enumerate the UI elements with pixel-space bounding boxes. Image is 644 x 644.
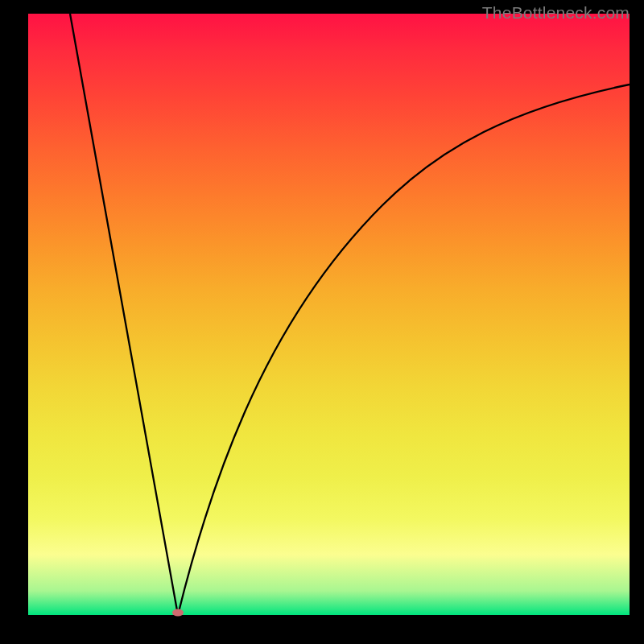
plot-area [28, 14, 630, 615]
minimum-marker [172, 609, 184, 617]
curve-path [70, 14, 630, 615]
chart-frame: TheBottleneck.com [0, 0, 644, 644]
bottleneck-curve [28, 14, 630, 615]
watermark-text: TheBottleneck.com [482, 3, 630, 23]
